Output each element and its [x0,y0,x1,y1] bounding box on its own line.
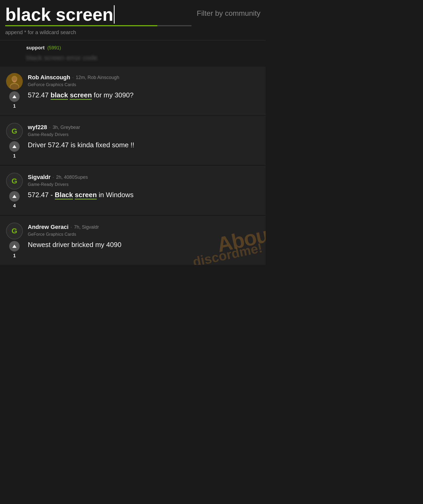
upvote-arrow-icon [12,195,17,198]
post-left-2: G 1 [5,123,24,159]
post-dot: · [72,75,74,80]
vote-count: 1 [13,103,16,109]
category-name: support [26,45,45,51]
search-cursor [114,5,115,24]
filter-community-button[interactable]: Filter by community [197,8,260,19]
post-dot: · [53,175,54,180]
post-time: 7h, Sigvaldr [74,224,99,230]
post-author: Rob Ainscough [28,74,70,81]
post-left-3: G 4 [5,173,24,209]
category-header: support (5991) [0,40,266,54]
wildcard-hint: append * for a wildcard search [0,26,266,40]
search-query-text: black screen [5,6,113,23]
avatar: G [6,173,23,190]
upvote-button[interactable] [9,141,20,152]
vote-count: 1 [13,153,16,159]
avatar: G [6,123,23,140]
post-dot: · [49,125,50,130]
post-title[interactable]: Newest driver bricked my 4090 [28,240,260,249]
avatar-photo [6,73,23,90]
upvote-button[interactable] [9,191,20,202]
posts-container: 1 Rob Ainscough · 12m, Rob Ainscough GeF… [0,67,266,265]
watermark-overlay-2: discordme! [192,247,263,262]
blurred-post-title: black screen error code [0,54,266,67]
upvote-arrow-icon [12,245,17,248]
post-time: 2h, 4080Supes [56,175,88,180]
post-meta-3: Sigvaldr · 2h, 4080Supes [28,174,260,181]
search-progress-gray [157,25,191,26]
highlight-keyword: black [51,91,68,99]
table-row[interactable]: G 1 Andrew Geraci · 7h, Sigvaldr GeForce… [0,216,266,265]
post-title[interactable]: Driver 572.47 is kinda fixed some !! [28,140,260,150]
upvote-arrow-icon [12,95,17,98]
post-community: GeForce Graphics Cards [28,232,260,237]
highlight-keyword: screen [75,191,97,199]
upvote-arrow-icon [12,145,17,148]
avatar: G [6,223,23,239]
post-meta-1: Rob Ainscough · 12m, Rob Ainscough [28,74,260,81]
post-dot: · [71,224,72,230]
post-author: wyf228 [28,124,47,131]
search-title[interactable]: black screen [5,5,191,24]
table-row[interactable]: 1 Rob Ainscough · 12m, Rob Ainscough GeF… [0,67,266,115]
post-content-3: Sigvaldr · 2h, 4080Supes Game-Ready Driv… [28,173,260,200]
avatar [6,73,23,90]
post-meta-4: Andrew Geraci · 7h, Sigvaldr [28,224,260,230]
category-count: (5991) [47,45,61,51]
post-left-4: G 1 [5,223,24,259]
vote-count: 4 [13,203,16,209]
post-content-4: Andrew Geraci · 7h, Sigvaldr GeForce Gra… [28,223,260,249]
upvote-button[interactable] [9,241,20,251]
header: black screen Filter by community append … [0,0,266,40]
search-progress-green [5,25,157,26]
table-row[interactable]: G 1 wyf228 · 3h, Greybear Game-Ready Dri… [0,116,266,165]
post-time: 3h, Greybear [52,125,80,130]
post-content-2: wyf228 · 3h, Greybear Game-Ready Drivers… [28,123,260,150]
post-title[interactable]: 572.47 - Black screen in Windows [28,190,260,200]
post-community: GeForce Graphics Cards [28,82,260,87]
post-meta-2: wyf228 · 3h, Greybear [28,124,260,131]
highlight-keyword: Black [55,191,73,199]
post-left-1: 1 [5,73,24,109]
search-title-area: black screen [5,5,191,26]
search-row: black screen Filter by community [0,0,266,26]
post-community: Game-Ready Drivers [28,182,260,187]
table-row[interactable]: G 4 Sigvaldr · 2h, 4080Supes Game-Ready … [0,166,266,215]
post-content-1: Rob Ainscough · 12m, Rob Ainscough GeFor… [28,73,260,100]
post-community: Game-Ready Drivers [28,132,260,137]
highlight-keyword: screen [70,91,92,99]
post-author: Sigvaldr [28,174,51,181]
search-underline [5,25,191,26]
post-author: Andrew Geraci [28,224,68,230]
post-time: 12m, Rob Ainscough [76,75,119,80]
svg-point-5 [12,77,17,81]
post-title[interactable]: 572.47 black screen for my 3090? [28,90,260,100]
upvote-button[interactable] [9,91,20,102]
vote-count: 1 [13,253,16,259]
